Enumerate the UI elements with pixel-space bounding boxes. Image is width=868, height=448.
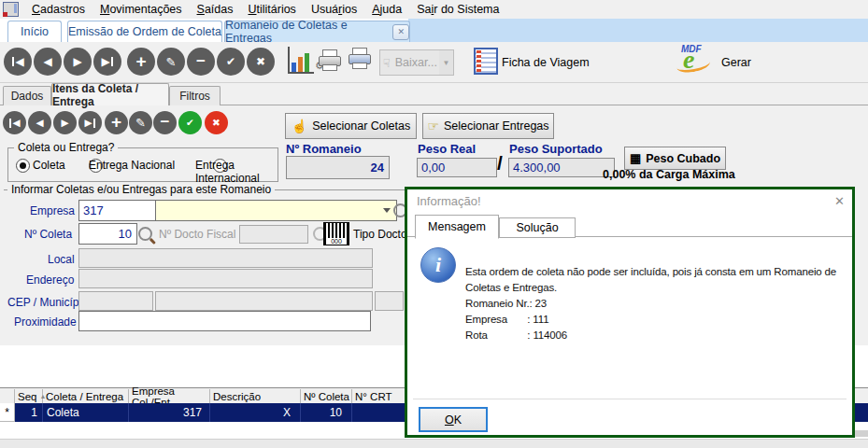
tab-filtros[interactable]: Filtros [169, 86, 221, 105]
barcode-icon[interactable]: 000 [323, 222, 349, 245]
municipio-field [155, 291, 373, 311]
tab-itens-coleta-entrega[interactable]: Itens da Coleta / Entrega [51, 83, 169, 105]
endereco-label: Endereço [26, 273, 74, 287]
selecionar-entregas-button[interactable]: ☞ Selecionar Entregas [422, 113, 554, 139]
grid-header-coleta-entrega[interactable]: Coleta / Entrega [43, 389, 129, 404]
cep-municipio-label: CEP / Município [7, 296, 88, 309]
peso-separator: / [497, 152, 503, 175]
menu-item-movimentacoes[interactable]: Movimentações [92, 1, 190, 18]
confirm-button[interactable]: ✔ [217, 48, 245, 76]
carga-maxima-label: 0,00% da Carga Máxima [603, 168, 735, 181]
endereco-field [78, 269, 373, 288]
tab-strip-filler [408, 19, 868, 43]
empresa-code-field[interactable]: 317 [78, 200, 160, 221]
item-nav-next-button[interactable]: ▶ [53, 111, 77, 134]
baixar-dropdown-arrow[interactable]: ▼ [439, 49, 454, 76]
peso-real-field[interactable]: 0,00 [417, 158, 497, 177]
coleta-entrega-groupbox: Coleta ou Entrega? Coleta Entrega Nacion… [7, 147, 278, 182]
romaneio-field[interactable]: 24 [286, 156, 390, 179]
tab-dados[interactable]: Dados [3, 86, 51, 105]
row-empresa-cell: 317 [129, 403, 210, 422]
row-tipo-cell: Coleta [43, 403, 129, 422]
menu-item-ajuda[interactable]: Ajuda [364, 1, 409, 18]
gerar-label[interactable]: Gerar [721, 56, 751, 69]
dialog-tab-mensagem[interactable]: Mensagem [415, 215, 499, 239]
romaneio-label: Nº Romaneio [286, 142, 362, 156]
info-icon: i [420, 247, 456, 283]
item-remove-button[interactable]: − [153, 111, 177, 134]
menu-item-cadastros[interactable]: Cadastros [24, 1, 92, 18]
tab-close-icon[interactable]: ✕ [392, 24, 409, 40]
coleta-entrega-legend: Coleta ou Entrega? [14, 141, 118, 154]
print-icon[interactable] [318, 49, 342, 71]
peso-suportado-label: Peso Suportado [509, 142, 603, 156]
uf-field [375, 291, 404, 311]
remove-button[interactable]: − [187, 48, 215, 76]
hand-up-icon: ☝ [292, 119, 307, 133]
grid-header-ncoleta[interactable]: Nº Coleta [301, 389, 352, 404]
add-button[interactable]: + [127, 48, 155, 76]
item-add-button[interactable]: + [105, 111, 128, 134]
row-descricao-cell: X [210, 403, 301, 422]
ncoleta-field[interactable]: 10 [78, 223, 137, 245]
empresa-combo[interactable] [155, 200, 397, 221]
item-edit-button[interactable]: ✎ [129, 111, 152, 134]
chevron-down-icon [383, 208, 391, 213]
empresa-label: Empresa [30, 204, 75, 217]
nav-next-button[interactable]: ▶ [64, 48, 92, 76]
form-group-legend: Informar Coletas e/ou Entregas para este… [7, 183, 275, 196]
grid-header-seq[interactable]: Seq▲ [15, 389, 43, 404]
item-nav-last-button[interactable]: ▶ [78, 111, 102, 134]
proximidade-field[interactable] [78, 311, 371, 331]
dialog-title: Informação! [417, 194, 481, 208]
tab-romaneio-coletas-entregas[interactable]: Romaneio de Coletas e Entregas ✕ [224, 21, 410, 42]
ncoleta-search-icon[interactable] [138, 227, 152, 241]
peso-real-label: Peso Real [418, 142, 476, 156]
row-marker-cell: * [0, 403, 15, 422]
proximidade-label: Proximidade [14, 315, 77, 329]
selecionar-coletas-button[interactable]: ☝ Selecionar Coletas [285, 113, 417, 139]
grid-header-descricao[interactable]: Descrição [210, 389, 301, 404]
radio-coleta-label: Coleta [33, 159, 65, 172]
baixar-button[interactable]: ☟ Baixar... [379, 49, 441, 76]
ok-button[interactable]: OK [419, 407, 488, 432]
ficha-viagem-icon[interactable] [474, 48, 498, 75]
row-ncoleta-cell: 10 [301, 403, 352, 422]
menu-item-utilitarios[interactable]: Utilitários [240, 1, 303, 18]
radio-entrega-nacional-label: Entrega Nacional [89, 159, 175, 172]
item-nav-first-button[interactable]: ◀ [3, 111, 26, 134]
peso-cubado-button[interactable]: ▦ Peso Cubado [624, 147, 726, 170]
menu-item-usuarios[interactable]: Usuários [304, 1, 364, 18]
row-crt-cell [352, 403, 407, 422]
menu-bar: Cadastros Movimentações Saídas Utilitári… [0, 0, 868, 19]
peso-suportado-field[interactable]: 4.300,00 [508, 158, 615, 177]
cancel-button[interactable]: ✖ [247, 48, 275, 76]
local-field [78, 248, 373, 268]
tipo-docto-label: Tipo Docto [353, 228, 407, 241]
grid-header-crt[interactable]: N° CRT [352, 389, 407, 404]
dialog-close-icon[interactable]: ✕ [834, 194, 845, 208]
nav-last-button[interactable]: ▶ [93, 48, 121, 76]
grid-hscrollbar[interactable] [855, 430, 868, 437]
chart-icon[interactable]: ⚙ [288, 47, 314, 74]
tab-emissao-ordem-coleta[interactable]: Emissão de Ordem de Coleta [67, 21, 222, 42]
tab-inicio[interactable]: Início [7, 21, 62, 42]
item-confirm-button[interactable]: ✔ [178, 111, 202, 134]
docto-fiscal-field[interactable] [239, 225, 308, 244]
nav-prev-button[interactable]: ◀ [34, 48, 62, 76]
nav-first-button[interactable]: ◀ [4, 48, 32, 76]
menu-item-sair[interactable]: Sair do Sistema [409, 1, 506, 18]
bottom-strip [0, 439, 868, 448]
edit-button[interactable]: ✎ [157, 48, 185, 76]
print-setup-icon[interactable] [348, 48, 372, 69]
app-icon [3, 2, 19, 17]
dialog-tab-solucao[interactable]: Solução [499, 217, 576, 238]
item-nav-prev-button[interactable]: ◀ [28, 111, 51, 134]
grid-header-empresa[interactable]: Empresa Col./Ent. [129, 389, 210, 404]
mdfe-logo-icon[interactable]: MDF e [676, 44, 716, 76]
radio-coleta[interactable] [16, 159, 30, 173]
item-cancel-button[interactable]: ✖ [205, 111, 228, 134]
cep-field [78, 291, 153, 311]
hand-point-icon: ☞ [427, 119, 439, 133]
menu-item-saidas[interactable]: Saídas [190, 1, 241, 18]
